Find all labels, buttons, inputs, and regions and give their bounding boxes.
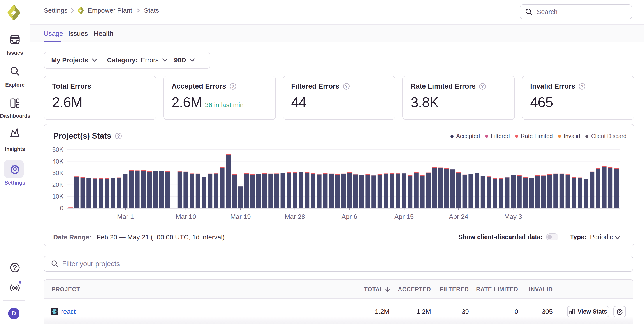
svg-text:Mar 1: Mar 1 [117, 213, 134, 220]
svg-text:Apr 6: Apr 6 [342, 213, 357, 220]
svg-text:50K: 50K [52, 146, 64, 153]
svg-text:Apr 15: Apr 15 [394, 213, 414, 220]
svg-text:40K: 40K [52, 158, 64, 165]
svg-text:30K: 30K [52, 169, 64, 176]
svg-text:May 3: May 3 [504, 213, 522, 220]
svg-text:20K: 20K [52, 181, 64, 188]
svg-text:Mar 19: Mar 19 [230, 213, 251, 220]
svg-text:Mar 10: Mar 10 [176, 213, 196, 220]
svg-text:0: 0 [60, 205, 64, 212]
svg-text:Apr 24: Apr 24 [449, 213, 468, 220]
svg-text:Mar 28: Mar 28 [284, 213, 305, 220]
svg-text:10K: 10K [52, 193, 64, 200]
